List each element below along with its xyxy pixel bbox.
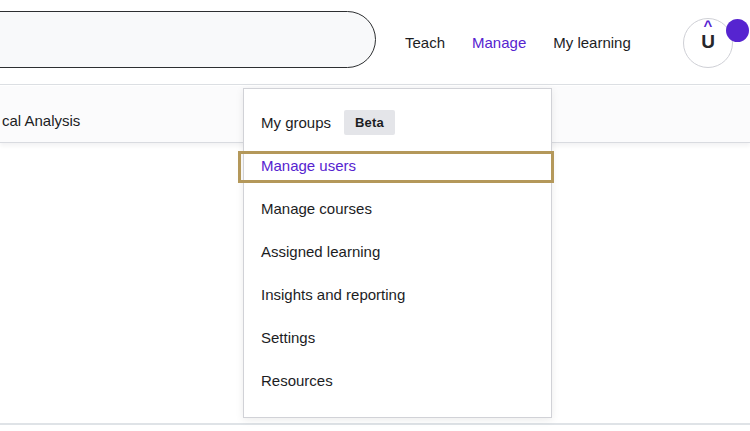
nav-link-my-learning[interactable]: My learning [553, 34, 631, 51]
top-header: Teach Manage My learning ^ U [0, 0, 750, 85]
menu-item-manage-courses[interactable]: Manage courses [244, 187, 551, 230]
menu-item-settings[interactable]: Settings [244, 316, 551, 359]
nav-link-teach[interactable]: Teach [405, 34, 445, 51]
header-nav: Teach Manage My learning [405, 0, 631, 85]
bottom-divider [0, 423, 750, 425]
beta-badge: Beta [344, 110, 395, 135]
manage-dropdown-menu: My groups Beta Manage users Manage cours… [243, 88, 552, 418]
menu-item-manage-users[interactable]: Manage users [244, 144, 551, 187]
menu-item-label: My groups [261, 114, 331, 131]
menu-item-label: Insights and reporting [261, 286, 405, 303]
search-input[interactable] [0, 11, 376, 68]
avatar[interactable]: ^ U [683, 18, 733, 68]
breadcrumb: cal Analysis [0, 112, 80, 129]
menu-item-label: Settings [261, 329, 315, 346]
avatar-initial: U [684, 31, 732, 53]
menu-item-label: Assigned learning [261, 243, 380, 260]
menu-item-insights-and-reporting[interactable]: Insights and reporting [244, 273, 551, 316]
menu-item-label: Manage courses [261, 200, 372, 217]
menu-item-my-groups[interactable]: My groups Beta [244, 101, 551, 144]
screen: Teach Manage My learning ^ U cal Analysi… [0, 0, 750, 431]
notification-dot [726, 19, 749, 42]
nav-link-manage[interactable]: Manage [472, 34, 526, 51]
menu-item-label: Resources [261, 372, 333, 389]
menu-item-label: Manage users [261, 157, 356, 174]
menu-item-resources[interactable]: Resources [244, 359, 551, 402]
menu-item-assigned-learning[interactable]: Assigned learning [244, 230, 551, 273]
